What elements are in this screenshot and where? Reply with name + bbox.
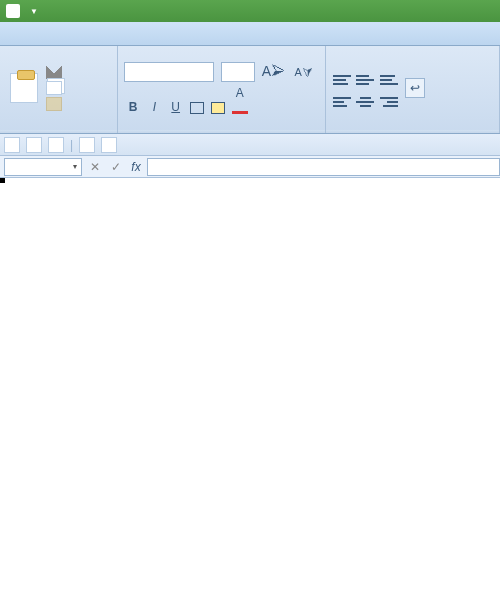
quick-access-row: | xyxy=(0,134,500,156)
grow-font-button[interactable]: A⮚ xyxy=(259,63,288,79)
align-right-button[interactable] xyxy=(380,95,398,109)
wrap-icon: ↩ xyxy=(410,81,420,95)
cancel-formula-icon[interactable]: ✕ xyxy=(86,160,104,174)
align-bottom-button[interactable] xyxy=(380,73,398,87)
spreadsheet-area[interactable] xyxy=(0,178,500,599)
fill-handle-icon[interactable] xyxy=(0,178,5,183)
font-color-button[interactable]: A xyxy=(231,86,249,114)
qat-sep: | xyxy=(70,138,73,152)
border-button[interactable] xyxy=(188,100,206,114)
bold-button[interactable]: B xyxy=(124,100,142,114)
font-size-select[interactable] xyxy=(221,62,255,82)
formula-bar: ▾ ✕ ✓ fx xyxy=(0,156,500,178)
ribbon-body: A⮚ A⮛ B I U A xyxy=(0,46,500,134)
group-font: A⮚ A⮛ B I U A xyxy=(118,46,326,133)
align-center-button[interactable] xyxy=(356,95,374,109)
app-logo xyxy=(6,4,20,18)
group-clipboard xyxy=(0,46,118,133)
align-left-button[interactable] xyxy=(333,95,351,109)
ribbon-tabs xyxy=(0,22,500,46)
title-dropdown-icon[interactable]: ▼ xyxy=(30,7,38,16)
qat-redo-icon[interactable] xyxy=(101,137,117,153)
group-label-clipboard xyxy=(0,130,117,133)
selection-outline xyxy=(0,178,4,182)
group-label-align xyxy=(326,130,499,133)
brush-icon xyxy=(46,97,62,111)
italic-button[interactable]: I xyxy=(145,100,163,114)
accept-formula-icon[interactable]: ✓ xyxy=(107,160,125,174)
document-tabs xyxy=(143,134,496,155)
formula-buttons: ✕ ✓ xyxy=(86,160,125,174)
group-align: ↩ xyxy=(326,46,500,133)
fill-color-button[interactable] xyxy=(209,100,227,114)
underline-button[interactable]: U xyxy=(167,100,185,114)
fx-icon[interactable]: fx xyxy=(125,160,146,174)
align-top-button[interactable] xyxy=(333,73,351,87)
copy-icon xyxy=(46,81,62,95)
paste-button[interactable] xyxy=(6,71,42,105)
qat-print-icon[interactable] xyxy=(48,137,64,153)
name-box-dropdown-icon[interactable]: ▾ xyxy=(73,162,77,171)
align-middle-button[interactable] xyxy=(356,73,374,87)
formula-input[interactable] xyxy=(147,158,500,176)
format-painter-button[interactable] xyxy=(46,96,66,112)
copy-button[interactable] xyxy=(46,80,66,96)
wrap-text-button[interactable]: ↩ xyxy=(405,78,425,98)
qat-open-icon[interactable] xyxy=(26,137,42,153)
scissors-icon xyxy=(46,65,62,79)
shrink-font-button[interactable]: A⮛ xyxy=(291,66,315,78)
qat-undo-icon[interactable] xyxy=(79,137,95,153)
qat-save-icon[interactable] xyxy=(4,137,20,153)
font-name-select[interactable] xyxy=(124,62,214,82)
cut-button[interactable] xyxy=(46,64,66,80)
group-label-font xyxy=(118,130,325,133)
title-bar: ▼ xyxy=(0,0,500,22)
paste-icon xyxy=(10,73,38,103)
name-box[interactable]: ▾ xyxy=(4,158,82,176)
